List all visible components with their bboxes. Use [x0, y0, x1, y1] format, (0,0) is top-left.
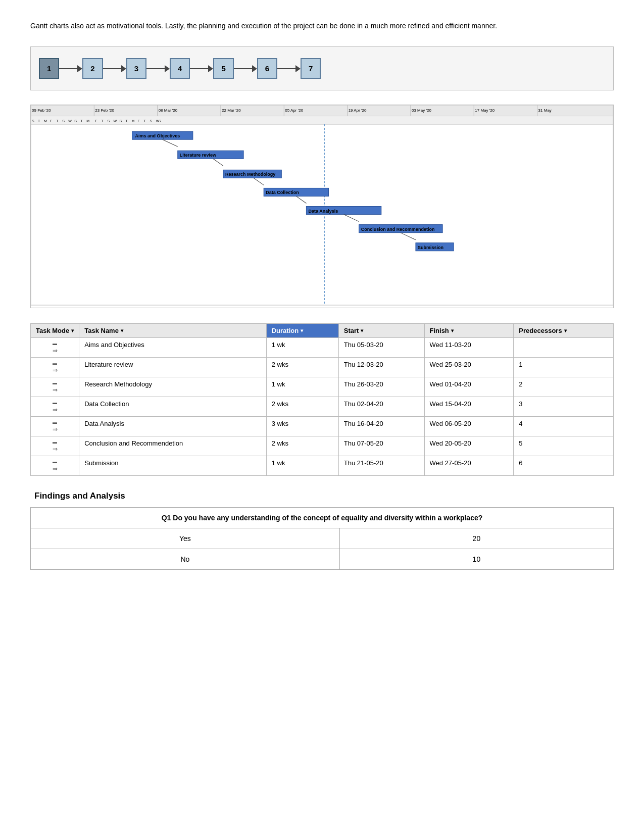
task-icon-cell: ▬ ⇒ [31, 358, 79, 377]
svg-line-55 [296, 197, 306, 204]
task-name-dropdown-icon: ▾ [121, 328, 123, 333]
svg-text:W: W [68, 119, 72, 123]
svg-text:Data Collection: Data Collection [266, 190, 299, 195]
svg-text:M: M [132, 119, 135, 123]
task-finish-cell: Wed 11-03-20 [424, 338, 514, 358]
task-name-cell: Literature review [79, 358, 266, 377]
task-start-cell: Thu 21-05-20 [338, 456, 424, 476]
table-row: ▬ ⇒ Research Methodology 1 wk Thu 26-03-… [31, 377, 614, 397]
task-pred-cell: 2 [514, 377, 614, 397]
col-header-start[interactable]: Start ▾ [338, 324, 424, 338]
svg-text:19 Apr '20: 19 Apr '20 [349, 108, 367, 113]
col-header-predecessors[interactable]: Predecessors ▾ [514, 324, 614, 338]
task-name-cell: Data Collection [79, 397, 266, 417]
svg-text:F: F [138, 119, 140, 123]
svg-line-58 [344, 215, 359, 222]
q1-value: 20 [339, 528, 613, 549]
task-start-cell: Thu 12-03-20 [338, 358, 424, 377]
q1-row: No 10 [31, 549, 614, 570]
task-mode-icon: ⇒ [53, 465, 58, 472]
svg-text:22 Mar '20: 22 Mar '20 [222, 108, 241, 113]
table-row: ▬ ⇒ Data Analysis 3 wks Thu 16-04-20 Wed… [31, 417, 614, 436]
task-name-cell: Data Analysis [79, 417, 266, 436]
duration-dropdown-icon: ▾ [301, 328, 303, 333]
svg-text:F: F [50, 119, 52, 123]
col-header-duration[interactable]: Duration ▾ [266, 324, 338, 338]
table-row: ▬ ⇒ Submission 1 wk Thu 21-05-20 Wed 27-… [31, 456, 614, 476]
task-name-cell: Submission [79, 456, 266, 476]
svg-text:Research Methodology: Research Methodology [225, 172, 275, 177]
task-pred-cell: 1 [514, 358, 614, 377]
task-finish-cell: Wed 06-05-20 [424, 417, 514, 436]
svg-text:S: S [159, 119, 161, 123]
q1-value: 10 [339, 549, 613, 570]
svg-text:03 May '20: 03 May '20 [412, 108, 432, 113]
table-row: ▬ ⇒ Data Collection 2 wks Thu 02-04-20 W… [31, 397, 614, 417]
q1-row: Yes 20 [31, 528, 614, 549]
task-finish-cell: Wed 25-03-20 [424, 358, 514, 377]
svg-text:T: T [80, 119, 83, 123]
task-icon-cell: ▬ ⇒ [31, 436, 79, 456]
flow-connector-6 [277, 65, 301, 72]
svg-text:S: S [107, 119, 110, 123]
col-header-finish[interactable]: Finish ▾ [424, 324, 514, 338]
svg-text:Conclusion and Recommendetion: Conclusion and Recommendetion [361, 227, 435, 232]
table-row: ▬ ⇒ Conclusion and Recommendetion 2 wks … [31, 436, 614, 456]
task-finish-cell: Wed 01-04-20 [424, 377, 514, 397]
flow-connector-5 [234, 65, 257, 72]
task-start-cell: Thu 16-04-20 [338, 417, 424, 436]
task-pred-cell [514, 338, 614, 358]
svg-text:S: S [74, 119, 77, 123]
svg-text:05 Apr '20: 05 Apr '20 [285, 108, 303, 113]
task-name-cell: Research Methodology [79, 377, 266, 397]
task-duration-cell: 1 wk [266, 456, 338, 476]
flow-step-1: 1 [39, 58, 59, 79]
q1-label: No [31, 549, 340, 570]
flow-step-3: 3 [126, 58, 146, 79]
table-row: ▬ ⇒ Literature review 2 wks Thu 12-03-20… [31, 358, 614, 377]
task-finish-cell: Wed 15-04-20 [424, 397, 514, 417]
start-dropdown-icon: ▾ [361, 328, 363, 333]
svg-text:08 Mar '20: 08 Mar '20 [159, 108, 178, 113]
task-icon-cell: ▬ ⇒ [31, 417, 79, 436]
col-header-task-name[interactable]: Task Name ▾ [79, 324, 266, 338]
task-pred-cell: 4 [514, 417, 614, 436]
svg-text:T: T [101, 119, 104, 123]
process-flow-diagram: 1 2 3 4 5 6 7 [30, 46, 614, 90]
svg-line-52 [254, 178, 264, 185]
pred-dropdown-icon: ▾ [564, 328, 567, 333]
svg-line-49 [213, 159, 223, 166]
task-start-cell: Thu 07-05-20 [338, 436, 424, 456]
svg-text:Submission: Submission [418, 245, 443, 250]
task-mode-icon: ⇒ [53, 406, 58, 413]
svg-text:S: S [119, 119, 122, 123]
finish-dropdown-icon: ▾ [451, 328, 454, 333]
gantt-chart: 09 Feb '20 23 Feb '20 08 Mar '20 22 Mar … [30, 105, 614, 308]
task-mode-icon: ⇒ [53, 386, 58, 394]
svg-line-61 [401, 233, 416, 240]
svg-rect-19 [31, 116, 613, 124]
task-duration-cell: 2 wks [266, 358, 338, 377]
task-duration-cell: 2 wks [266, 436, 338, 456]
task-mode-dropdown-icon: ▾ [71, 328, 74, 333]
svg-text:S: S [62, 119, 65, 123]
task-icon-cell: ▬ ⇒ [31, 338, 79, 358]
flow-step-2: 2 [82, 58, 103, 79]
task-duration-cell: 1 wk [266, 338, 338, 358]
svg-text:M: M [44, 119, 47, 123]
q1-label: Yes [31, 528, 340, 549]
svg-text:S: S [150, 119, 153, 123]
task-finish-cell: Wed 27-05-20 [424, 456, 514, 476]
flow-connector-4 [190, 65, 213, 72]
svg-text:09 Feb '20: 09 Feb '20 [32, 108, 51, 113]
task-mode-icon: ⇒ [53, 426, 58, 433]
col-header-task-mode[interactable]: Task Mode ▾ [31, 324, 79, 338]
flow-connector-2 [103, 65, 126, 72]
task-icon-cell: ▬ ⇒ [31, 456, 79, 476]
task-pred-cell: 6 [514, 456, 614, 476]
task-mode-icon: ⇒ [53, 446, 58, 453]
task-icon-cell: ▬ ⇒ [31, 397, 79, 417]
task-table: Task Mode ▾ Task Name ▾ Duration ▾ Start [30, 323, 614, 476]
svg-text:Literature review: Literature review [180, 153, 217, 158]
task-duration-cell: 3 wks [266, 417, 338, 436]
